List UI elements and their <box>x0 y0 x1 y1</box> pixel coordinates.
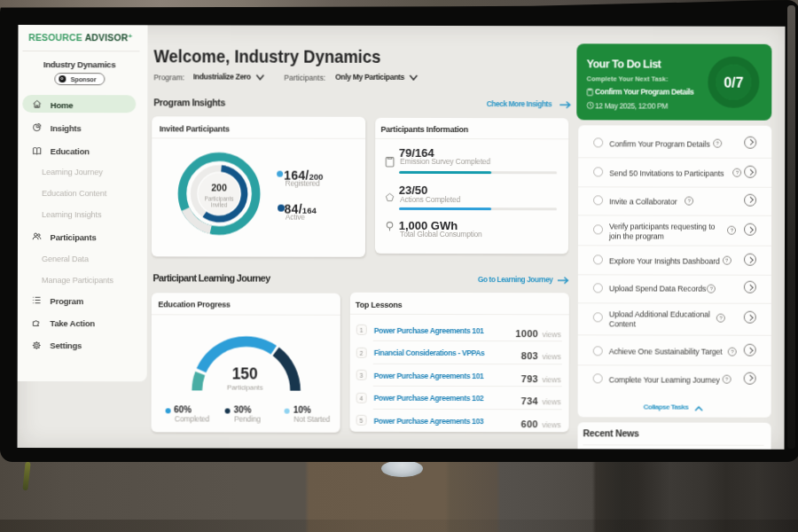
svg-text:0/7: 0/7 <box>724 74 743 90</box>
svg-text:Invited: Invited <box>211 200 228 207</box>
svg-text:200: 200 <box>211 182 227 192</box>
